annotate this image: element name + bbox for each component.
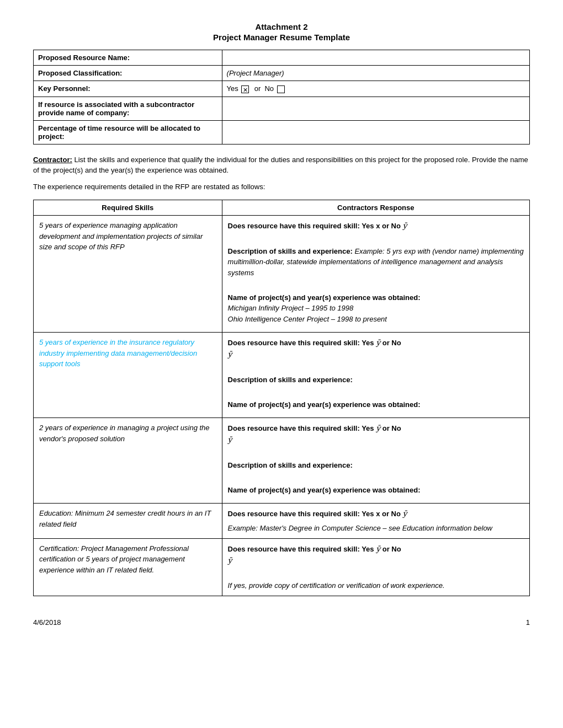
response-desc-heading-2: Description of skills and experience: [228,374,524,386]
no-checkbox[interactable] [277,85,285,93]
yes-label: Yes [227,84,238,93]
skill-required-2: 5 years of experience in the insurance r… [34,333,222,418]
skill-response-3: Does resource have this required skill: … [222,418,529,504]
info-value-classification: (Project Manager) [222,66,529,81]
info-label-classification: Proposed Classification: [34,66,222,81]
skill-response-5: Does resource have this required skill: … [222,538,529,596]
footer: 4/6/2018 1 [33,618,530,627]
skill-row-2: 5 years of experience in the insurance r… [34,333,530,418]
no-label: No [264,84,274,93]
contractor-paragraph: Contractor: List the skills and experien… [33,154,530,176]
response-skill-check-3: Does resource have this required skill: … [228,422,524,446]
info-label-key-personnel: Key Personnel: [34,81,222,97]
info-row-percentage: Percentage of time resource will be allo… [34,120,530,144]
skill-text-4: Education: Minimum 24 semester credit ho… [39,509,211,528]
response-example-4: Example: Master's Degree in Computer Sci… [228,523,524,534]
skill-response-2: Does resource have this required skill: … [222,333,529,418]
response-desc-heading-3: Description of skills and experience: [228,460,524,471]
skills-table: Required Skills Contractors Response 5 y… [33,200,530,596]
footer-date: 4/6/2018 [33,618,61,627]
contractor-label: Contractor: [33,156,72,164]
or-label: or [254,84,261,93]
skill-response-1: Does resource have this required skill: … [222,216,529,333]
skill-text-3: 2 years of experience in managing a proj… [39,424,210,443]
response-skill-check-4: Does resource have this required skill: … [228,508,524,520]
response-ifyes-5: If yes, provide copy of certification or… [228,580,524,591]
response-project-heading-3: Name of project(s) and year(s) experienc… [228,485,524,496]
col-header-required: Required Skills [34,200,222,216]
skill-row-5: Certification: Project Management Profes… [34,538,530,596]
info-value-name [222,50,529,66]
info-label-subcontractor: If resource is associated with a subcont… [34,97,222,120]
skill-required-1: 5 years of experience managing applicati… [34,216,222,333]
info-row-classification: Proposed Classification: (Project Manage… [34,66,530,81]
skill-row-3: 2 years of experience in managing a proj… [34,418,530,504]
info-row-name: Proposed Resource Name: [34,50,530,66]
page-title: Attachment 2 [33,22,530,31]
contractor-text: List the skills and experience that qual… [33,156,528,175]
footer-page: 1 [526,618,530,627]
info-value-percentage [222,120,529,144]
response-skill-check-1: Does resource have this required skill: … [228,220,524,232]
info-value-key-personnel: Yes ✕ or No [222,81,529,97]
col-header-response: Contractors Response [222,200,529,216]
skill-required-5: Certification: Project Management Profes… [34,538,222,596]
response-project-heading-1: Name of project(s) and year(s) experienc… [228,292,524,325]
skill-response-4: Does resource have this required skill: … [222,504,529,539]
response-skill-check-2: Does resource have this required skill: … [228,337,524,360]
response-project-heading-2: Name of project(s) and year(s) experienc… [228,399,524,410]
info-label-name: Proposed Resource Name: [34,50,222,66]
skill-row-1: 5 years of experience managing applicati… [34,216,530,333]
skill-text-1: 5 years of experience managing applicati… [39,221,203,251]
info-row-key-personnel: Key Personnel: Yes ✕ or No [34,81,530,97]
page-subtitle: Project Manager Resume Template [33,33,530,42]
info-table: Proposed Resource Name: Proposed Classif… [33,50,530,144]
info-value-subcontractor [222,97,529,120]
skill-row-4: Education: Minimum 24 semester credit ho… [34,504,530,539]
yes-checkbox[interactable]: ✕ [241,85,249,93]
info-label-percentage: Percentage of time resource will be allo… [34,120,222,144]
info-row-subcontractor: If resource is associated with a subcont… [34,97,530,120]
skill-text-5: Certification: Project Management Profes… [39,544,189,574]
response-desc-heading-1: Description of skills and experience: Ex… [228,246,524,279]
response-skill-check-5: Does resource have this required skill: … [228,543,524,566]
experience-intro: The experience requirements detailed in … [33,181,530,192]
skill-text-2: 5 years of experience in the insurance r… [39,338,197,368]
skill-required-4: Education: Minimum 24 semester credit ho… [34,504,222,539]
skill-required-3: 2 years of experience in managing a proj… [34,418,222,504]
